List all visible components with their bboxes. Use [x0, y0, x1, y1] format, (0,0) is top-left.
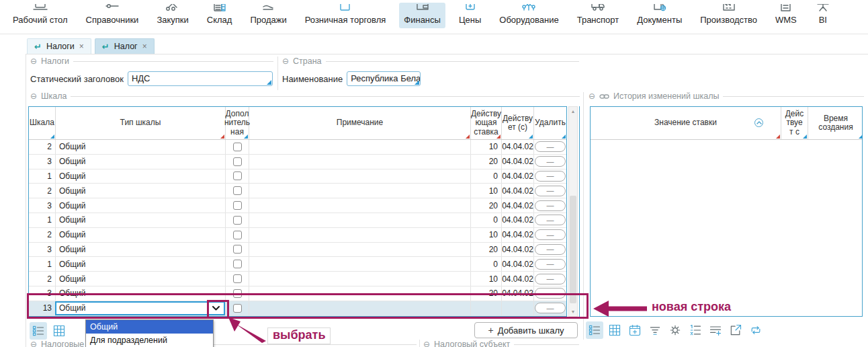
scale-type-cell[interactable]: Общий [56, 228, 226, 242]
note-cell[interactable] [249, 155, 471, 169]
scale-type-cell[interactable]: Общий [56, 155, 226, 169]
checkbox[interactable] [233, 274, 242, 283]
numbered-list-button[interactable] [687, 321, 704, 339]
date-cell[interactable]: 04.04.02 [502, 228, 534, 242]
column-header-delete[interactable]: Удалить [534, 107, 566, 139]
chevron-down-icon[interactable] [207, 303, 224, 314]
table-row[interactable]: 1 Общий 0 04.04.02 — [29, 257, 566, 272]
rate-cell[interactable]: 10 [471, 272, 502, 286]
ribbon-tab-warehouse[interactable]: Склад [202, 3, 237, 28]
column-header-note[interactable]: Примечание [249, 107, 471, 139]
checkbox[interactable] [233, 171, 242, 180]
note-cell[interactable] [249, 272, 471, 286]
type-combobox[interactable]: Общий [55, 301, 225, 315]
note-cell[interactable] [249, 198, 471, 213]
delete-row-button[interactable]: — [535, 259, 566, 270]
scale-number-cell[interactable]: 1 [29, 169, 56, 184]
scale-type-cell[interactable]: Общий [56, 184, 226, 198]
rate-cell[interactable]: 0 [471, 257, 502, 271]
grid-view-button[interactable] [50, 322, 68, 340]
collapse-icon[interactable] [30, 56, 37, 66]
collapse-icon[interactable] [30, 91, 37, 101]
add-scale-button[interactable]: + Добавить шкалу [474, 322, 578, 338]
ribbon-tab-wms[interactable]: WMS [771, 3, 801, 28]
rate-cell[interactable]: 20 [471, 155, 502, 169]
scale-number-cell[interactable]: 1 [29, 257, 56, 271]
delete-row-button[interactable]: — [535, 200, 566, 211]
column-header-rate-value[interactable]: Значение ставки [591, 107, 781, 139]
delete-row-button[interactable]: — [535, 303, 566, 313]
ribbon-tab-sales[interactable]: Продажи [245, 3, 291, 28]
date-cell[interactable]: 04.04.02 [502, 243, 534, 257]
delete-row-button[interactable]: — [535, 229, 566, 240]
calendar-button[interactable] [626, 321, 644, 339]
gear-icon[interactable] [666, 321, 684, 339]
ribbon-tab-retail[interactable]: Розничная торговля [300, 3, 391, 28]
open-external-button[interactable] [727, 321, 744, 339]
date-cell[interactable]: 04.04.02 [502, 184, 534, 198]
close-icon[interactable]: × [142, 42, 147, 51]
close-icon[interactable]: × [79, 42, 84, 51]
scale-number-cell[interactable]: 2 [29, 272, 56, 286]
note-cell[interactable] [249, 257, 471, 271]
vertical-scrollbar[interactable] [568, 106, 578, 317]
dropdown-option-dlya-podrazdeleniy[interactable]: Для подразделений [86, 334, 213, 347]
scale-type-cell[interactable]: Общий [56, 257, 226, 271]
collapse-icon[interactable] [282, 56, 289, 66]
ribbon-tab-equipment[interactable]: Оборудование [494, 3, 563, 28]
scale-type-cell[interactable]: Общий [56, 213, 226, 227]
delete-row-button[interactable]: — [535, 274, 566, 284]
ribbon-tab-desktop[interactable]: Рабочий стол [8, 3, 73, 28]
column-header-rate[interactable]: Действу ющая ставка [471, 107, 502, 139]
rate-cell[interactable]: 20 [471, 198, 502, 213]
scale-number-cell[interactable]: 3 [29, 286, 56, 301]
delete-row-button[interactable]: — [535, 186, 566, 196]
delete-row-button[interactable]: — [535, 244, 566, 255]
country-name-input[interactable]: Республика Белар [347, 71, 421, 86]
checkbox[interactable] [233, 304, 242, 313]
scale-number-cell[interactable]: 3 [29, 198, 56, 213]
table-row[interactable]: 2 Общий 10 04.04.02 — [29, 140, 566, 155]
delete-row-button[interactable]: — [535, 215, 566, 225]
scale-number-cell[interactable]: 2 [29, 140, 56, 154]
table-row[interactable]: 1 Общий 0 04.04.02 — [29, 169, 566, 184]
delete-row-button[interactable]: — [535, 288, 566, 299]
date-cell[interactable]: 04.04.02 [502, 198, 534, 213]
rate-cell[interactable]: 0 [471, 169, 502, 184]
ribbon-tab-documents[interactable]: Документы [632, 3, 687, 28]
rate-cell[interactable]: 10 [471, 184, 502, 198]
ribbon-tab-directories[interactable]: Справочники [81, 3, 144, 28]
rate-cell[interactable]: 10 [471, 140, 502, 154]
collapse-icon[interactable] [423, 340, 430, 347]
scale-number-cell[interactable]: 3 [29, 155, 56, 169]
refresh-button[interactable] [747, 321, 765, 339]
note-cell[interactable] [249, 184, 471, 198]
checkbox[interactable] [233, 157, 242, 166]
note-cell[interactable] [249, 301, 471, 315]
note-cell[interactable] [249, 243, 471, 257]
doc-tab-taxes[interactable]: Налоги × [27, 38, 91, 54]
scroll-up-icon[interactable] [569, 107, 577, 116]
scale-type-cell[interactable]: Общий [56, 272, 226, 286]
column-header-created-time[interactable]: Время создания [808, 107, 863, 139]
checkbox[interactable] [233, 245, 242, 254]
note-cell[interactable] [249, 213, 471, 227]
table-row[interactable]: 1 Общий 0 04.04.02 — [29, 213, 566, 228]
ribbon-tab-prices[interactable]: Цены [454, 3, 486, 28]
date-cell[interactable]: 04.04.02 [502, 140, 534, 154]
static-title-input[interactable]: НДС [128, 71, 273, 86]
column-header-date[interactable]: Действу ет (с) [502, 107, 534, 139]
delete-row-button[interactable]: — [535, 171, 566, 182]
scale-type-cell[interactable]: Общий [56, 243, 226, 257]
ribbon-tab-transport[interactable]: Транспорт [572, 3, 624, 28]
table-row[interactable]: 3 Общий 20 04.04.02 — [29, 286, 566, 301]
ribbon-tab-production[interactable]: Производство [695, 3, 762, 28]
scale-type-cell[interactable]: Общий [56, 169, 226, 184]
collapse-icon[interactable] [589, 91, 595, 101]
checkbox[interactable] [233, 231, 242, 239]
checkbox[interactable] [233, 201, 242, 210]
scale-type-cell[interactable]: Общий [56, 198, 226, 213]
rate-cell[interactable]: 20 [471, 243, 502, 257]
scale-type-cell[interactable]: Общий [56, 286, 226, 301]
ribbon-tab-purchases[interactable]: Закупки [152, 3, 193, 28]
